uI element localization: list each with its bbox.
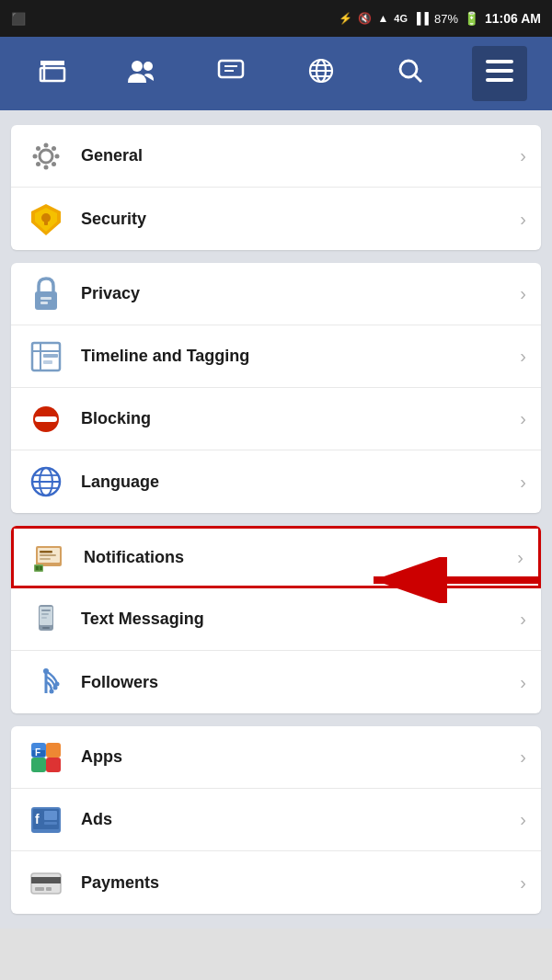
nav-item-search[interactable] — [383, 46, 438, 101]
payments-label: Payments — [81, 873, 520, 893]
svg-point-60 — [53, 686, 58, 690]
svg-rect-65 — [31, 758, 46, 772]
svg-rect-66 — [46, 758, 61, 772]
blocking-label: Blocking — [81, 409, 520, 428]
status-bar: ⬛ ⚡ 🔇 ▲ 4G ▐▐ 87% 🔋 11:06 AM — [0, 0, 552, 37]
apps-icon: F — [26, 737, 66, 778]
textmessaging-icon — [26, 599, 66, 640]
general-icon — [26, 136, 66, 177]
status-left-icons: ⬛ — [11, 12, 26, 26]
battery-percent: 87% — [434, 12, 458, 26]
status-right-info: ⚡ 🔇 ▲ 4G ▐▐ 87% 🔋 11:06 AM — [339, 11, 541, 26]
ads-label: Ads — [81, 810, 520, 829]
svg-point-61 — [50, 689, 54, 694]
nav-item-friends[interactable] — [114, 46, 169, 101]
privacy-icon — [26, 274, 66, 314]
language-icon — [26, 462, 66, 502]
svg-rect-57 — [41, 617, 47, 619]
nav-bar — [0, 37, 552, 110]
nav-item-home[interactable] — [25, 46, 80, 101]
svg-rect-74 — [31, 877, 61, 883]
section-apps-group: F Apps › f Ads › — [11, 726, 541, 914]
menu-item-language[interactable]: Language › — [11, 450, 541, 513]
textmessaging-chevron: › — [520, 609, 526, 630]
svg-rect-44 — [40, 554, 56, 556]
svg-rect-25 — [44, 220, 48, 225]
screenshot-icon: ⬛ — [11, 12, 26, 26]
svg-point-19 — [52, 162, 56, 166]
menu-item-blocking[interactable]: Blocking › — [11, 388, 541, 450]
settings-content: General › Security › — [0, 110, 552, 929]
svg-rect-45 — [40, 558, 51, 560]
menu-item-general[interactable]: General › — [11, 125, 541, 188]
svg-point-15 — [44, 165, 49, 169]
followers-chevron: › — [520, 672, 526, 693]
menu-item-privacy[interactable]: Privacy › — [11, 263, 541, 325]
mute-icon: 🔇 — [358, 12, 372, 25]
svg-point-21 — [36, 162, 40, 166]
svg-point-58 — [43, 668, 49, 674]
svg-rect-71 — [44, 811, 57, 820]
menu-item-security[interactable]: Security › — [11, 188, 541, 250]
wifi-icon: ▲ — [377, 12, 388, 25]
nav-item-messenger[interactable] — [203, 46, 259, 101]
notifications-icon — [29, 537, 69, 577]
svg-rect-72 — [44, 822, 57, 825]
section-privacy-group: Privacy › Timeline and Tagging › — [11, 263, 541, 513]
followers-icon — [26, 662, 66, 702]
timeline-icon — [26, 336, 66, 377]
ads-icon: f — [26, 800, 66, 840]
svg-text:F: F — [35, 747, 40, 758]
apps-label: Apps — [81, 747, 520, 767]
svg-text:f: f — [35, 812, 40, 826]
svg-rect-56 — [41, 613, 49, 615]
security-chevron: › — [520, 209, 526, 230]
notifications-label: Notifications — [84, 548, 517, 567]
globe-icon — [307, 57, 335, 91]
signal-bars-icon: ▐▐ — [413, 12, 429, 25]
nav-item-globe[interactable] — [293, 46, 349, 101]
svg-rect-48 — [36, 566, 39, 570]
nav-item-menu[interactable] — [472, 46, 527, 101]
bluetooth-icon: ⚡ — [339, 12, 352, 25]
security-label: Security — [81, 210, 520, 229]
blocking-chevron: › — [520, 408, 526, 429]
section-notifications-group: Notifications › — [11, 526, 541, 713]
svg-rect-28 — [40, 302, 48, 304]
general-label: General — [81, 146, 520, 165]
menu-item-apps[interactable]: F Apps › — [11, 726, 541, 789]
svg-point-17 — [55, 154, 60, 158]
svg-point-8 — [400, 61, 417, 77]
menu-item-textmessaging[interactable]: Text Messaging › — [11, 588, 541, 651]
apps-chevron: › — [520, 746, 526, 768]
svg-rect-12 — [486, 78, 513, 82]
menu-item-payments[interactable]: Payments › — [11, 851, 541, 914]
svg-rect-26 — [35, 291, 57, 310]
svg-rect-75 — [35, 887, 44, 891]
svg-point-18 — [36, 146, 40, 151]
svg-rect-35 — [35, 416, 57, 422]
security-icon — [26, 199, 66, 239]
time-display: 11:06 AM — [485, 11, 541, 26]
notifications-chevron: › — [517, 547, 523, 568]
menu-item-ads[interactable]: f Ads › — [11, 789, 541, 851]
signal-label: 4G — [394, 13, 408, 24]
followers-label: Followers — [81, 673, 520, 692]
search-icon — [397, 57, 424, 91]
home-icon — [39, 57, 66, 91]
menu-item-notifications[interactable]: Notifications › — [11, 526, 541, 588]
svg-point-16 — [33, 154, 38, 158]
textmessaging-label: Text Messaging — [81, 610, 520, 629]
menu-icon — [486, 59, 513, 88]
svg-rect-43 — [40, 551, 52, 553]
menu-item-followers[interactable]: Followers › — [11, 651, 541, 713]
svg-rect-10 — [486, 60, 513, 63]
messenger-icon — [217, 57, 245, 91]
svg-rect-49 — [40, 566, 42, 570]
language-chevron: › — [520, 472, 526, 493]
svg-point-20 — [52, 146, 56, 151]
menu-item-timeline[interactable]: Timeline and Tagging › — [11, 325, 541, 388]
friends-icon — [126, 57, 157, 91]
svg-point-3 — [132, 61, 143, 72]
payments-chevron: › — [520, 872, 526, 894]
